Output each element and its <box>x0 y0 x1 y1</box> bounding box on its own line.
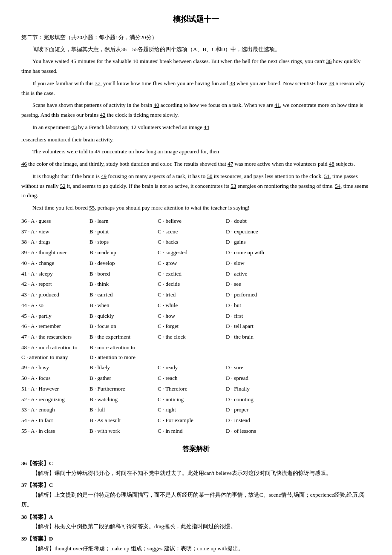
question-43: 43 · A · produced B · carried C · tried … <box>21 290 371 300</box>
question-53: 53 · A · enough B · full C · right D · p… <box>21 405 371 415</box>
page-title: 模拟试题十一 <box>21 13 371 26</box>
passage-p9: Next time you feel bored 55, perhaps you… <box>21 203 371 213</box>
passage-p3: Scans have shown that patterns of activi… <box>21 101 371 120</box>
answer-38: 38【答案】A 【解析】根据文中倒数第二段的解释可得知答案。drag拖长，此处指… <box>21 512 371 532</box>
passage-p4: In an experiment 43 by a French laborato… <box>21 123 371 132</box>
question-39: 39 · A · thought over B · made up C · su… <box>21 248 371 258</box>
question-52: 52 · A · recognizing B · watching C · no… <box>21 395 371 405</box>
question-48: 48 · A · much attention to B · more atte… <box>21 343 371 362</box>
question-37: 37 · A · view B · point C · scene D · ex… <box>21 227 371 237</box>
question-38: 38 · A · drags B · stops C · backs D · g… <box>21 237 371 247</box>
question-50: 50 · A · focus B · gather C · reach D · … <box>21 374 371 383</box>
question-42: 42 · A · report B · think C · decide D ·… <box>21 279 371 289</box>
section-header: 第二节：完形填空（共20小题；每小题1分，满分20分） <box>21 33 371 42</box>
question-47: 47 · A · the researchers B · the experim… <box>21 332 371 342</box>
question-46: 46 · A · remember B · focus on C · forge… <box>21 322 371 331</box>
passage-p7: 46 the color of the image, and thirdly, … <box>21 159 371 169</box>
question-41: 41 · A · sleepy B · bored C · excited D … <box>21 269 371 279</box>
passage-p1: You have waited 45 minutes for the valua… <box>21 57 371 76</box>
answer-section-title: 答案解析 <box>21 443 371 454</box>
answer-37: 37【答案】C 【解析】上文提到的是一种特定的心理场面描写，而不是人所经历的某一… <box>21 480 371 509</box>
question-40: 40 · A · change B · develop C · grow D ·… <box>21 259 371 268</box>
answer-39: 39【答案】D 【解析】thought over仔细考虑；make up 组成；… <box>21 534 371 555</box>
question-51: 51 · A · However B · Furthermore C · The… <box>21 384 371 394</box>
question-54: 54 · A · In fact B · As a result C · For… <box>21 416 371 426</box>
question-45: 45 · A · partly B · quickly C · how D · … <box>21 311 371 321</box>
passage-p8: It is thought that if the brain is 49 fo… <box>21 172 371 201</box>
question-44: 44 · A · so B · when C · while D · but <box>21 301 371 311</box>
question-55: 55 · A · in class B · with work C · in m… <box>21 426 371 436</box>
passage-p6: The volunteers were told to 45 concentra… <box>21 147 371 157</box>
instruction: 阅读下面短文，掌握其大意，然后从36—55各题所给的四个选项（A、B、C和D）中… <box>21 45 371 55</box>
passage-p5: researchers monitored their brain activi… <box>21 135 371 145</box>
questions-container: 36 · A · guess B · learn C · believe D ·… <box>21 216 371 436</box>
question-49: 49 · A · busy B · likely C · ready D · s… <box>21 363 371 373</box>
passage-p2: If you are familiar with this 37, you'll… <box>21 79 371 98</box>
answer-36: 36【答案】C 【解析】课间十分钟玩得很开心，时间在不知不觉中就过去了。此处用c… <box>21 459 371 478</box>
question-36: 36 · A · guess B · learn C · believe D ·… <box>21 216 371 226</box>
